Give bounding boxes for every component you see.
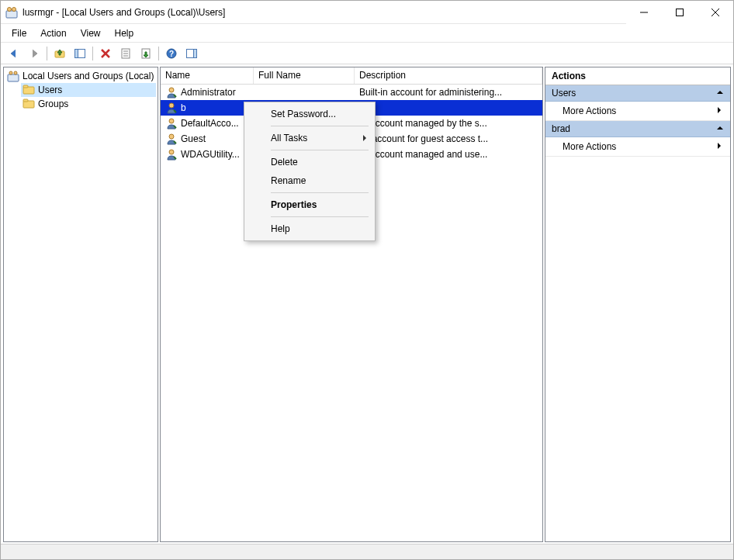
- menu-help[interactable]: Help: [109, 26, 140, 41]
- tree-item-label: Groups: [38, 99, 68, 109]
- folder-icon: [23, 98, 35, 110]
- user-icon: [165, 148, 178, 161]
- svg-point-30: [169, 119, 174, 123]
- row-description: Built-in account for administering...: [355, 87, 542, 98]
- show-hide-action-pane-button[interactable]: [182, 45, 201, 62]
- help-button[interactable]: ?: [162, 45, 181, 62]
- actions-section-selected[interactable]: brad: [545, 121, 730, 137]
- row-name: b: [181, 102, 186, 113]
- back-button[interactable]: [5, 45, 23, 62]
- row-description: er account managed and use...: [355, 149, 542, 160]
- actions-item-label: More Actions: [563, 141, 616, 152]
- svg-point-22: [9, 71, 12, 74]
- column-header-fullname[interactable]: Full Name: [254, 67, 355, 84]
- tree-item-groups[interactable]: Groups: [21, 97, 156, 111]
- svg-rect-27: [23, 99, 28, 102]
- actions-section-users[interactable]: Users: [545, 85, 730, 102]
- collapse-arrow-icon: [716, 123, 724, 134]
- row-description: er account managed by the s...: [355, 118, 542, 129]
- toolbar: ?: [1, 43, 733, 64]
- tree-root-label: Local Users and Groups (Local): [23, 71, 154, 81]
- svg-rect-25: [23, 85, 28, 88]
- up-button[interactable]: [50, 45, 69, 62]
- status-bar: [1, 544, 733, 559]
- menu-bar: File Action View Help: [1, 24, 733, 43]
- svg-point-28: [169, 88, 174, 92]
- row-description: -in account for guest access t...: [355, 133, 542, 144]
- ctx-all-tasks[interactable]: All Tasks: [244, 129, 375, 147]
- actions-section-label: Users: [552, 88, 576, 99]
- actions-title: Actions: [545, 67, 730, 85]
- svg-rect-21: [8, 74, 19, 81]
- svg-point-23: [14, 71, 17, 74]
- column-header-description[interactable]: Description: [355, 67, 542, 84]
- column-header-name[interactable]: Name: [161, 67, 254, 84]
- svg-rect-0: [6, 11, 17, 18]
- svg-rect-4: [677, 9, 684, 16]
- window-title: lusrmgr - [Local Users and Groups (Local…: [23, 7, 225, 18]
- refresh-button[interactable]: [116, 45, 135, 62]
- tree-item-label: Users: [38, 85, 62, 95]
- tree-root-node[interactable]: Local Users and Groups (Local): [5, 69, 156, 83]
- row-name: Guest: [181, 133, 206, 144]
- ctx-delete[interactable]: Delete: [244, 153, 375, 171]
- actions-section-label: brad: [552, 123, 570, 134]
- user-icon: [165, 133, 178, 145]
- user-icon: [165, 102, 178, 114]
- row-name: Administrator: [181, 87, 236, 98]
- collapse-arrow-icon: [716, 88, 724, 99]
- svg-text:?: ?: [169, 50, 174, 58]
- ctx-help[interactable]: Help: [244, 220, 375, 238]
- app-icon: [5, 6, 18, 19]
- svg-point-29: [169, 103, 174, 108]
- menu-file[interactable]: File: [5, 26, 33, 41]
- svg-rect-20: [194, 49, 197, 57]
- minimize-button[interactable]: [626, 1, 662, 24]
- svg-point-31: [169, 134, 174, 139]
- ctx-set-password[interactable]: Set Password...: [244, 105, 375, 123]
- tree-pane: Local Users and Groups (Local) Users Gro…: [3, 67, 158, 542]
- submenu-arrow-icon: [716, 141, 722, 152]
- svg-point-2: [12, 7, 16, 11]
- row-name: DefaultAcco...: [181, 118, 239, 129]
- actions-item-more-selected[interactable]: More Actions: [545, 137, 730, 157]
- actions-pane: Actions Users More Actions brad More Act…: [545, 67, 731, 542]
- svg-point-1: [8, 7, 12, 11]
- list-header: Name Full Name Description: [161, 67, 542, 85]
- svg-point-32: [169, 150, 174, 154]
- forward-button[interactable]: [25, 45, 43, 62]
- actions-item-more-users[interactable]: More Actions: [545, 102, 730, 121]
- ctx-item-label: All Tasks: [271, 133, 307, 143]
- context-menu: Set Password... All Tasks Delete Rename …: [244, 102, 376, 241]
- title-bar: lusrmgr - [Local Users and Groups (Local…: [1, 1, 733, 24]
- window-controls: [626, 1, 733, 24]
- user-icon: [165, 117, 178, 130]
- menu-view[interactable]: View: [74, 26, 107, 41]
- actions-item-label: More Actions: [563, 105, 616, 116]
- row-name: WDAGUtility...: [181, 149, 240, 160]
- tree-item-users[interactable]: Users: [21, 83, 156, 97]
- menu-action[interactable]: Action: [34, 26, 72, 41]
- ctx-properties[interactable]: Properties: [244, 195, 375, 214]
- show-hide-tree-button[interactable]: [71, 45, 89, 62]
- submenu-arrow-icon: [716, 105, 722, 116]
- user-icon: [165, 86, 178, 99]
- ctx-rename[interactable]: Rename: [244, 171, 375, 190]
- computer-icon: [7, 70, 19, 82]
- list-row[interactable]: AdministratorBuilt-in account for admini…: [161, 85, 542, 100]
- folder-icon: [23, 84, 35, 96]
- export-list-button[interactable]: [137, 45, 155, 62]
- close-button[interactable]: [698, 1, 733, 24]
- submenu-arrow-icon: [362, 133, 367, 144]
- maximize-button[interactable]: [662, 1, 698, 24]
- svg-rect-9: [75, 49, 78, 57]
- delete-button[interactable]: [96, 45, 115, 62]
